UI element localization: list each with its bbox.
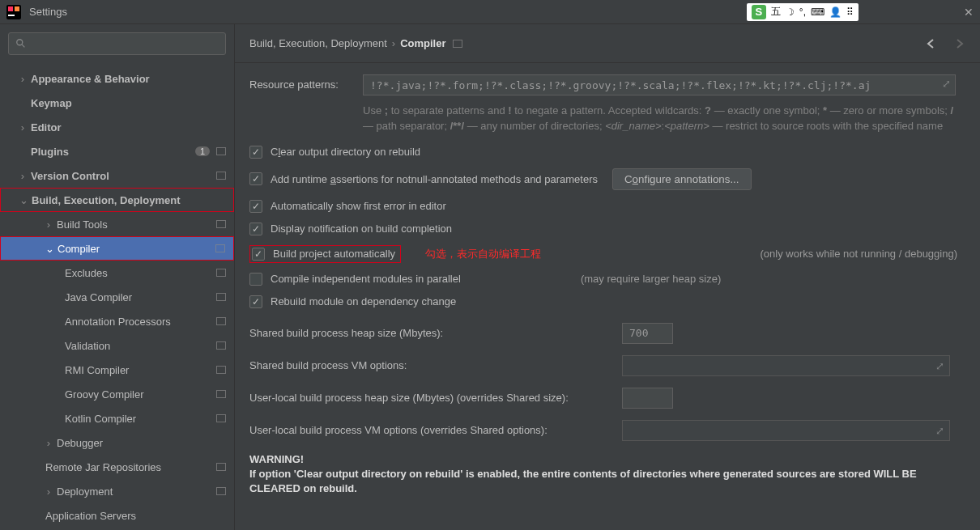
window-title: Settings: [29, 6, 747, 18]
chevron-right-icon: ›: [18, 170, 28, 182]
tree-plugins[interactable]: Plugins1: [0, 139, 234, 163]
tree-excludes[interactable]: Excludes: [0, 261, 234, 285]
grid-icon: ⠿: [846, 6, 854, 18]
chevron-right-icon: ›: [18, 73, 28, 85]
resource-patterns-label: Resource patterns:: [249, 74, 363, 91]
search-input[interactable]: [8, 32, 226, 55]
project-icon: [216, 414, 226, 422]
configure-annotations-button[interactable]: Configure annotations...: [612, 168, 752, 190]
tree-appearance[interactable]: ›Appearance & Behavior: [0, 66, 234, 91]
checkbox-runtime-assert-label[interactable]: Add runtime assertions for notnull-annot…: [271, 173, 598, 185]
ime-tray: S 五 ☽ °, ⌨ 👤 ⠿: [747, 3, 859, 21]
checkbox-runtime-assert[interactable]: [249, 172, 262, 185]
checkbox-rebuild-dep-label[interactable]: Rebuild module on dependency change: [271, 295, 456, 307]
vm-options-input[interactable]: ⤢: [622, 355, 950, 376]
user-heap-label: User-local build process heap size (Mbyt…: [249, 392, 622, 404]
user-vm-label: User-local build process VM options (ove…: [249, 424, 622, 436]
user-vm-input[interactable]: ⤢: [622, 420, 950, 441]
keyboard-icon: ⌨: [811, 6, 824, 18]
tree-kotlin[interactable]: Kotlin Compiler: [0, 406, 234, 430]
vm-options-label: Shared build process VM options:: [249, 359, 622, 371]
checkbox-clear-output-label[interactable]: Clear output directory on rebuild: [271, 146, 420, 158]
svg-point-4: [17, 40, 23, 45]
hint-parallel: (may require larger heap size): [581, 273, 721, 285]
tree-debugger[interactable]: ›Debugger: [0, 430, 234, 455]
project-icon: [216, 366, 226, 374]
chevron-down-icon: ⌄: [45, 243, 54, 255]
tree-compiler[interactable]: ⌄Compiler: [0, 236, 234, 261]
chevron-right-icon: ›: [44, 437, 53, 449]
settings-tree: ›Appearance & Behavior Keymap ›Editor Pl…: [0, 63, 234, 530]
project-icon: [216, 147, 226, 155]
heap-size-input[interactable]: [622, 323, 673, 344]
svg-rect-2: [15, 6, 19, 11]
checkbox-first-error[interactable]: [249, 200, 262, 213]
checkbox-build-auto[interactable]: [252, 248, 265, 261]
project-icon: [453, 40, 462, 48]
app-icon: [6, 5, 21, 19]
tree-build-tools[interactable]: ›Build Tools: [0, 212, 234, 236]
breadcrumb: Build, Execution, Deployment › Compiler: [235, 24, 980, 63]
annotation-text: 勾选，表示自动编译工程: [425, 247, 541, 261]
tree-annotation-proc[interactable]: Annotation Processors: [0, 309, 234, 333]
chevron-right-icon: ›: [18, 121, 28, 134]
crumb-parent[interactable]: Build, Execution, Deployment: [249, 37, 387, 49]
heap-size-label: Shared build process heap size (Mbytes):: [249, 327, 622, 339]
ime-mode: 五: [771, 5, 781, 19]
chevron-right-icon: ›: [44, 485, 53, 498]
badge: 1: [195, 146, 210, 156]
checkbox-notify-label[interactable]: Display notification on build completion: [271, 223, 452, 235]
resource-patterns-help: Use ; to separate patterns and ! to nega…: [363, 104, 962, 134]
punct-icon: °,: [799, 6, 806, 18]
tree-remote-jar[interactable]: Remote Jar Repositories: [0, 455, 234, 479]
checkbox-parallel-label[interactable]: Compile independent modules in parallel: [271, 273, 461, 285]
expand-icon[interactable]: ⤢: [942, 78, 951, 90]
user-heap-input[interactable]: [622, 388, 673, 409]
moon-icon: ☽: [786, 6, 795, 18]
main-panel: Build, Execution, Deployment › Compiler …: [235, 24, 980, 530]
checkbox-first-error-label[interactable]: Automatically show first error in editor: [271, 200, 446, 212]
tree-app-servers[interactable]: Application Servers: [0, 503, 234, 528]
checkbox-rebuild-dep[interactable]: [249, 295, 262, 308]
tree-groovy[interactable]: Groovy Compiler: [0, 382, 234, 406]
svg-rect-1: [8, 6, 13, 11]
project-icon: [216, 341, 226, 350]
expand-icon[interactable]: ⤢: [935, 425, 944, 437]
project-icon: [216, 463, 226, 471]
hint-auto: (only works while not running / debuggin…: [760, 248, 957, 260]
search-icon: [15, 38, 27, 49]
warning-text: WARNING! If option 'Clear output directo…: [249, 452, 965, 497]
svg-line-5: [22, 45, 25, 48]
project-icon: [216, 487, 226, 495]
back-icon[interactable]: [925, 37, 938, 50]
tree-vcs[interactable]: ›Version Control: [0, 163, 234, 188]
chevron-right-icon: ›: [44, 218, 53, 231]
project-icon: [215, 244, 225, 252]
tree-deployment[interactable]: ›Deployment: [0, 479, 234, 503]
person-icon: 👤: [829, 6, 842, 18]
checkbox-parallel[interactable]: [249, 273, 262, 286]
svg-rect-3: [8, 15, 15, 16]
resource-patterns-input[interactable]: [363, 74, 956, 95]
tree-java-compiler[interactable]: Java Compiler: [0, 285, 234, 309]
tree-editor[interactable]: ›Editor: [0, 115, 234, 139]
project-icon: [216, 317, 226, 325]
checkbox-build-auto-label[interactable]: Build project automatically: [273, 248, 395, 260]
project-icon: [216, 220, 226, 228]
chevron-down-icon: ⌄: [19, 194, 28, 206]
content: Resource patterns: ⤢ Use ; to separate p…: [235, 63, 980, 530]
forward-icon[interactable]: [952, 37, 965, 50]
ime-s-icon: S: [752, 5, 766, 19]
checkbox-notify[interactable]: [249, 223, 262, 235]
close-icon[interactable]: ✕: [964, 6, 974, 19]
tree-build-exec-deploy[interactable]: ⌄Build, Execution, Deployment: [0, 188, 234, 212]
project-icon: [216, 390, 226, 398]
project-icon: [216, 172, 226, 180]
project-icon: [216, 293, 226, 301]
project-icon: [216, 269, 226, 277]
tree-keymap[interactable]: Keymap: [0, 91, 234, 115]
checkbox-clear-output[interactable]: [249, 146, 262, 159]
tree-validation[interactable]: Validation: [0, 333, 234, 358]
expand-icon[interactable]: ⤢: [935, 360, 944, 372]
tree-rmi[interactable]: RMI Compiler: [0, 358, 234, 382]
